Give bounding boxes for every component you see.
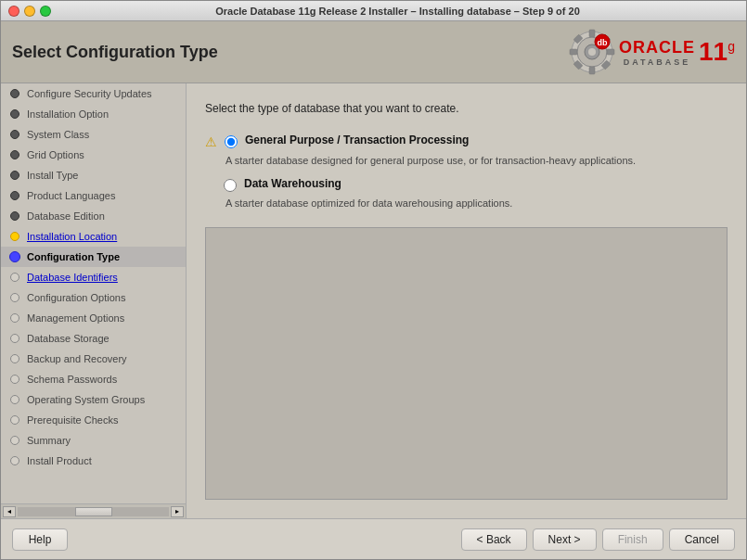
sidebar-item-installation-location[interactable]: Installation Location <box>1 226 186 247</box>
hscroll-left-btn[interactable]: ◂ <box>3 506 16 517</box>
sidebar-item-configuration-options[interactable]: Configuration Options <box>1 287 186 308</box>
sidebar-label-install-type: Install Type <box>27 170 78 181</box>
sidebar-item-schema-passwords[interactable]: Schema Passwords <box>1 369 186 389</box>
step-icon-database-edition <box>8 210 21 223</box>
sidebar-label-prerequisite-checks: Prerequisite Checks <box>27 414 118 426</box>
content-area: Select the type of database that you wan… <box>187 83 746 518</box>
sidebar-label-os-groups: Operating System Groups <box>27 394 145 405</box>
option-data-warehousing-desc: A starter database optimized for data wa… <box>225 197 728 209</box>
step-icon-install-type <box>8 169 21 182</box>
svg-point-11 <box>588 48 596 56</box>
minimize-button[interactable] <box>24 6 35 17</box>
close-button[interactable] <box>8 6 19 17</box>
step-icon-configuration-options <box>8 291 21 304</box>
page-header: Select Configuration Type <box>1 21 746 83</box>
sidebar-item-product-languages[interactable]: Product Languages <box>1 185 186 206</box>
footer-right-buttons: < Back Next > Finish Cancel <box>461 528 735 551</box>
sidebar-label-install-product: Install Product <box>27 455 92 466</box>
sidebar-item-database-edition[interactable]: Database Edition <box>1 206 186 226</box>
sidebar-label-configuration-type: Configuration Type <box>27 251 120 262</box>
svg-rect-4 <box>570 49 577 55</box>
step-icon-summary <box>8 434 21 447</box>
sidebar-label-configure-security: Configure Security Updates <box>27 88 152 99</box>
sidebar-scroll[interactable]: Configure Security Updates Installation … <box>1 83 186 503</box>
step-icon-system-class <box>8 128 21 141</box>
radio-data-warehousing[interactable] <box>224 179 237 192</box>
gear-icon: db <box>569 29 615 75</box>
oracle-version-super: g <box>728 39 735 54</box>
sidebar-label-configuration-options: Configuration Options <box>27 292 125 303</box>
finish-button[interactable]: Finish <box>602 528 663 551</box>
footer-left-buttons: Help <box>12 528 68 551</box>
step-icon-prerequisite-checks <box>8 414 21 426</box>
sidebar-label-database-identifiers: Database Identifiers <box>27 272 118 283</box>
sidebar-item-backup-recovery[interactable]: Backup and Recovery <box>1 349 186 369</box>
preview-box <box>205 227 728 500</box>
sidebar-label-product-languages: Product Languages <box>27 190 115 201</box>
page-title: Select Configuration Type <box>12 43 218 62</box>
svg-rect-5 <box>607 49 614 55</box>
step-icon-installation-location <box>8 230 21 243</box>
window-controls <box>8 6 51 17</box>
sidebar-label-grid-options: Grid Options <box>27 149 84 160</box>
sidebar-label-backup-recovery: Backup and Recovery <box>27 353 127 364</box>
oracle-db-label: DATABASE <box>624 57 691 67</box>
window-title: Oracle Database 11g Release 2 Installer … <box>57 6 739 17</box>
step-icon-database-identifiers <box>8 271 21 284</box>
sidebar-item-configuration-type[interactable]: Configuration Type <box>1 247 186 267</box>
step-icon-configuration-type <box>8 250 21 263</box>
maximize-button[interactable] <box>40 6 51 17</box>
step-icon-os-groups <box>8 393 21 406</box>
option-general-purpose-label: General Purpose / Transaction Processing <box>245 134 469 146</box>
sidebar-item-grid-options[interactable]: Grid Options <box>1 145 186 165</box>
next-button[interactable]: Next > <box>533 528 597 551</box>
sidebar-label-system-class: System Class <box>27 129 89 140</box>
oracle-logo: db ORACLE DATABASE 11 g <box>569 29 735 75</box>
step-icon-grid-options <box>8 148 21 161</box>
back-button[interactable]: < Back <box>461 528 527 551</box>
step-icon-installation-option <box>8 108 21 121</box>
sidebar-item-database-storage[interactable]: Database Storage <box>1 328 186 349</box>
sidebar-item-summary[interactable]: Summary <box>1 430 186 451</box>
step-icon-install-product <box>8 454 21 467</box>
warning-icon: ⚠ <box>205 134 217 149</box>
sidebar-label-database-edition: Database Edition <box>27 210 105 222</box>
sidebar-label-management-options: Management Options <box>27 312 124 324</box>
sidebar-item-prerequisite-checks[interactable]: Prerequisite Checks <box>1 410 186 430</box>
svg-text:db: db <box>598 38 608 47</box>
sidebar-item-install-type[interactable]: Install Type <box>1 165 186 185</box>
sidebar-item-os-groups[interactable]: Operating System Groups <box>1 389 186 410</box>
sidebar-item-install-product[interactable]: Install Product <box>1 451 186 471</box>
sidebar-item-configure-security[interactable]: Configure Security Updates <box>1 83 186 104</box>
hscroll-thumb[interactable] <box>75 507 112 516</box>
step-icon-database-storage <box>8 332 21 345</box>
sidebar-item-database-identifiers[interactable]: Database Identifiers <box>1 267 186 287</box>
option-data-warehousing-label: Data Warehousing <box>244 177 341 190</box>
content-description: Select the type of database that you wan… <box>205 102 728 115</box>
option-data-warehousing-row: Data Warehousing <box>205 177 728 192</box>
oracle-text: ORACLE DATABASE <box>619 38 695 67</box>
main-window: Oracle Database 11g Release 2 Installer … <box>0 0 747 560</box>
step-icon-schema-passwords <box>8 373 21 386</box>
option-data-warehousing-group: Data Warehousing A starter database opti… <box>205 177 728 209</box>
option-general-purpose-desc: A starter database designed for general … <box>225 155 728 166</box>
sidebar-label-summary: Summary <box>27 435 71 446</box>
footer: Help < Back Next > Finish Cancel <box>1 518 746 559</box>
title-bar: Oracle Database 11g Release 2 Installer … <box>1 1 746 21</box>
hscroll-right-btn[interactable]: ▸ <box>171 506 184 517</box>
sidebar-hscrollbar[interactable]: ◂ ▸ <box>1 503 186 518</box>
oracle-version-number: 11 <box>699 39 728 65</box>
svg-rect-3 <box>589 67 595 74</box>
help-button[interactable]: Help <box>12 528 68 551</box>
sidebar-label-schema-passwords: Schema Passwords <box>27 374 117 385</box>
hscroll-track <box>18 507 169 516</box>
sidebar-item-system-class[interactable]: System Class <box>1 124 186 145</box>
sidebar-item-installation-option[interactable]: Installation Option <box>1 104 186 124</box>
step-icon-management-options <box>8 312 21 325</box>
sidebar: Configure Security Updates Installation … <box>1 83 187 518</box>
option-general-purpose-group: ⚠ General Purpose / Transaction Processi… <box>205 134 728 166</box>
radio-general-purpose[interactable] <box>225 135 238 148</box>
cancel-button[interactable]: Cancel <box>669 528 735 551</box>
sidebar-item-management-options[interactable]: Management Options <box>1 308 186 328</box>
oracle-brand-name: ORACLE <box>619 38 695 57</box>
